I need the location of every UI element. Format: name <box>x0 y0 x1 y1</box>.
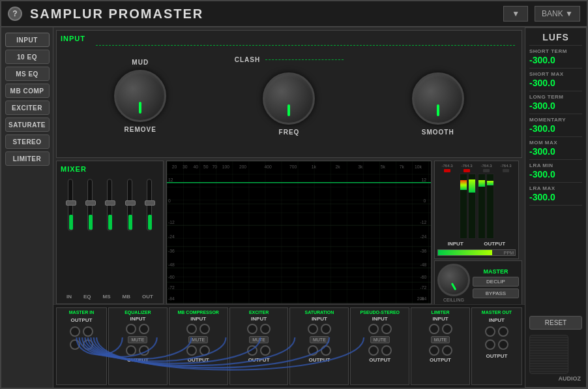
middle-section: MIXER <box>53 161 525 304</box>
svg-text:3k: 3k <box>358 164 362 170</box>
svg-text:12: 12 <box>422 176 426 183</box>
eq-jack-2[interactable] <box>139 324 149 334</box>
freq-knob[interactable] <box>263 72 315 125</box>
eq-input-label: INPUT <box>130 316 145 322</box>
lim-jack-1[interactable] <box>429 324 439 334</box>
fader-eq-track[interactable] <box>87 179 93 231</box>
ps-output-label: OUTPUT <box>369 357 390 363</box>
nav-saturate[interactable]: SATURATE <box>5 117 50 132</box>
ps-mute-button[interactable]: MUTE <box>370 336 390 343</box>
exciter-jack-1[interactable] <box>247 324 257 334</box>
eq-jack-3[interactable] <box>126 345 136 356</box>
svg-text:-60: -60 <box>420 274 427 281</box>
knobs-row: MUD REMOVE CLASH FREQ <box>61 55 518 136</box>
eq-jack-1[interactable] <box>126 324 136 334</box>
lufs-divider-5 <box>529 136 582 137</box>
master-in-jack-4[interactable] <box>83 339 93 350</box>
mbcomp-jack-2[interactable] <box>199 324 210 334</box>
signal-chain: MASTER IN OUTPUT EQUALIZER INPUT <box>53 304 525 388</box>
svg-text:5k: 5k <box>381 164 385 170</box>
eq-jack-4[interactable] <box>139 345 149 356</box>
master-in-jack-3[interactable] <box>70 339 80 350</box>
exciter-jack-4[interactable] <box>260 345 271 356</box>
fader-ms-track[interactable] <box>107 179 112 231</box>
exciter-jack-3[interactable] <box>247 345 257 356</box>
mud-knob[interactable] <box>114 70 166 122</box>
eq-mute-button[interactable]: MUTE <box>128 336 147 343</box>
mbcomp-output-label: OUTPUT <box>188 357 209 363</box>
master-out-jacks <box>484 326 509 337</box>
audioz-label: AUDIOZ <box>529 374 582 383</box>
ps-input-label: INPUT <box>372 316 388 322</box>
reset-button[interactable]: RESET <box>529 316 582 330</box>
pseudo-stereo-module: PSEUDO-STEREO INPUT MUTE OUTPUT <box>350 307 409 385</box>
master-out-jack-4[interactable] <box>498 339 508 350</box>
bypass-button[interactable]: BYPASS <box>473 288 519 298</box>
ceiling-knob[interactable] <box>437 264 470 296</box>
nav-10eq[interactable]: 10 EQ <box>5 50 50 64</box>
master-out-label: MASTER OUT <box>482 310 512 315</box>
mbcomp-jack-1[interactable] <box>186 324 197 334</box>
ps-jack-1[interactable] <box>368 324 379 334</box>
preset-dropdown[interactable]: ▼ <box>503 6 528 22</box>
master-label: MASTER <box>473 268 519 275</box>
master-in-jacks-2 <box>69 339 94 350</box>
master-controls: MASTER DECLIP BYPASS <box>473 268 519 298</box>
lim-jack-3[interactable] <box>429 345 439 356</box>
exciter-mute-button[interactable]: MUTE <box>249 336 269 343</box>
svg-text:12: 12 <box>168 176 173 183</box>
ps-jack-3[interactable] <box>368 345 379 356</box>
freq-bottom-label: FREQ <box>279 129 300 136</box>
master-out-jack-1[interactable] <box>485 326 495 337</box>
svg-text:-24: -24 <box>420 234 427 240</box>
lufs-momentary: MOMENTARY -300.0 <box>529 117 582 134</box>
eq-output-label: OUTPUT <box>127 357 149 363</box>
lufs-momentary-label: MOMENTARY <box>529 117 582 123</box>
fader-in-track[interactable] <box>68 179 73 231</box>
fader-mb <box>127 179 132 231</box>
sat-jack-2[interactable] <box>321 324 331 334</box>
lim-jack-2[interactable] <box>442 324 452 334</box>
mbcomp-jack-4[interactable] <box>199 345 210 356</box>
saturation-mute-button[interactable]: MUTE <box>310 336 329 343</box>
smooth-knob[interactable] <box>412 72 464 125</box>
master-in-jack-2[interactable] <box>83 326 93 337</box>
input-section-label: INPUT <box>61 35 518 42</box>
mbcomp-label: MB COMPRESSOR <box>178 310 219 315</box>
fader-mb-track[interactable] <box>127 179 132 231</box>
ps-jack-2[interactable] <box>381 324 392 334</box>
lufs-long-term: LONG TERM -300.0 <box>529 94 582 111</box>
master-out-jack-2[interactable] <box>498 326 508 337</box>
sat-jack-4[interactable] <box>321 345 331 356</box>
exciter-jack-2[interactable] <box>260 324 271 334</box>
help-button[interactable]: ? <box>8 7 22 21</box>
lufs-divider-8 <box>529 205 582 206</box>
nav-limiter[interactable]: LIMITER <box>5 151 50 166</box>
limiter-mute-button[interactable]: MUTE <box>431 336 450 343</box>
svg-text:-48: -48 <box>420 262 427 268</box>
bank-dropdown[interactable]: BANK ▼ <box>535 6 580 22</box>
fader-out-track[interactable] <box>147 179 152 231</box>
nav-mbcomp[interactable]: MB COMP <box>5 84 50 98</box>
lim-jack-4[interactable] <box>442 345 452 356</box>
lufs-short-term-value: -300.0 <box>529 55 582 65</box>
mbcomp-jack-3[interactable] <box>186 345 197 356</box>
mud-knob-container: MUD REMOVE <box>114 59 166 133</box>
nav-input[interactable]: INPUT <box>5 33 50 47</box>
master-in-jack-1[interactable] <box>70 326 80 337</box>
svg-text:-84: -84 <box>168 295 175 302</box>
master-out-jack-3[interactable] <box>485 339 495 350</box>
declip-button[interactable]: DECLIP <box>473 277 519 287</box>
ps-jack-4[interactable] <box>381 345 392 356</box>
sat-jack-1[interactable] <box>308 324 318 334</box>
nav-exciter[interactable]: EXCITER <box>5 101 50 115</box>
ceiling-master-row: CEILLING MASTER DECLIP BYPASS <box>437 264 519 302</box>
nav-mseq[interactable]: MS EQ <box>5 67 50 81</box>
ceiling-label: CEILLING <box>443 298 464 302</box>
svg-text:20: 20 <box>172 164 177 170</box>
saturation-input-label: INPUT <box>312 316 327 322</box>
mbcomp-mute-button[interactable]: MUTE <box>188 336 208 343</box>
nav-stereo[interactable]: STEREO <box>5 134 50 149</box>
sat-jack-3[interactable] <box>308 345 318 356</box>
mbcomp-module: MB COMPRESSOR INPUT MUTE OUTPUT <box>169 307 228 385</box>
